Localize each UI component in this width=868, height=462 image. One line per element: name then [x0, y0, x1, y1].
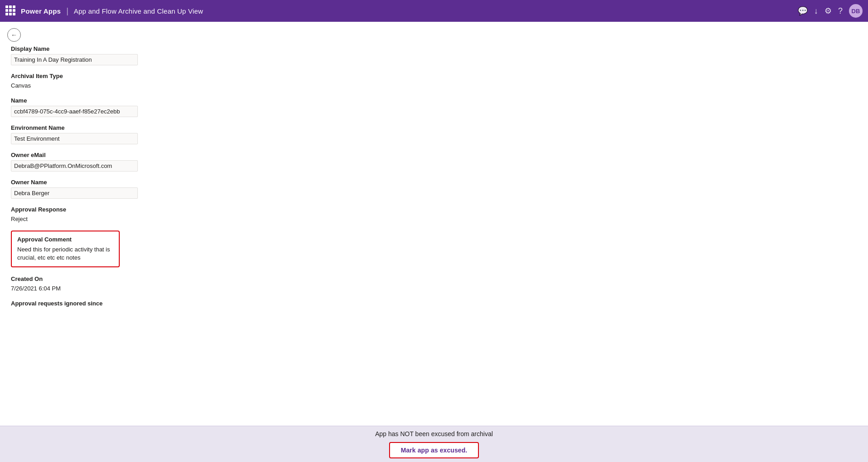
approval-response-label: Approval Response — [11, 206, 857, 213]
back-row: ← — [0, 22, 868, 45]
back-button[interactable]: ← — [7, 28, 21, 42]
environment-name-group: Environment Name Test Environment — [11, 124, 857, 144]
download-icon[interactable]: ↓ — [814, 6, 818, 16]
name-group: Name ccbf4789-075c-4cc9-aaef-f85e27ec2eb… — [11, 97, 857, 117]
not-excused-text: App has NOT been excused from archival — [375, 430, 493, 437]
app-title: Power Apps — [21, 7, 61, 15]
approval-requests-ignored-group: Approval requests ignored since — [11, 300, 857, 307]
approval-comment-text: Need this for periodic activity that is … — [17, 246, 113, 262]
created-on-group: Created On 7/26/2021 6:04 PM — [11, 275, 857, 293]
created-on-value: 7/26/2021 6:04 PM — [11, 284, 138, 293]
environment-name-value: Test Environment — [11, 133, 138, 144]
title-separator: | — [66, 6, 68, 16]
approval-response-value: Reject — [11, 215, 857, 223]
created-on-label: Created On — [11, 275, 857, 282]
nav-icons: 💬 ↓ ⚙ ? DB — [798, 4, 863, 18]
avatar[interactable]: DB — [849, 4, 863, 18]
environment-name-label: Environment Name — [11, 124, 857, 131]
display-name-group: Display Name Training In A Day Registrat… — [11, 45, 857, 65]
owner-name-label: Owner Name — [11, 179, 857, 186]
form-section: Display Name Training In A Day Registrat… — [0, 45, 868, 426]
display-name-label: Display Name — [11, 45, 857, 52]
settings-icon[interactable]: ⚙ — [824, 6, 832, 16]
waffle-icon[interactable] — [5, 5, 16, 16]
approval-comment-label: Approval Comment — [17, 236, 113, 243]
mark-excused-button[interactable]: Mark app as excused. — [389, 442, 479, 458]
name-value: ccbf4789-075c-4cc9-aaef-f85e27ec2ebb — [11, 106, 138, 117]
archival-item-type-value: Canvas — [11, 81, 138, 90]
main-content: ← Display Name Training In A Day Registr… — [0, 22, 868, 426]
archival-item-type-group: Archival Item Type Canvas — [11, 73, 857, 90]
owner-email-group: Owner eMail DebraB@PPlatform.OnMicrosoft… — [11, 152, 857, 172]
top-nav: Power Apps | App and Flow Archive and Cl… — [0, 0, 868, 22]
chat-icon[interactable]: 💬 — [798, 6, 808, 16]
owner-email-value: DebraB@PPlatform.OnMicrosoft.com — [11, 160, 138, 172]
display-name-value: Training In A Day Registration — [11, 54, 138, 65]
owner-email-label: Owner eMail — [11, 152, 857, 158]
app-subtitle: App and Flow Archive and Clean Up View — [74, 7, 203, 15]
owner-name-group: Owner Name Debra Berger — [11, 179, 857, 199]
approval-response-group: Approval Response Reject — [11, 206, 857, 223]
approval-comment-box: Approval Comment Need this for periodic … — [11, 231, 120, 267]
status-bar: App has NOT been excused from archival M… — [0, 426, 868, 462]
approval-requests-ignored-label: Approval requests ignored since — [11, 300, 857, 307]
owner-name-value: Debra Berger — [11, 187, 138, 199]
archival-item-type-label: Archival Item Type — [11, 73, 857, 79]
help-icon[interactable]: ? — [838, 6, 843, 16]
name-label: Name — [11, 97, 857, 104]
